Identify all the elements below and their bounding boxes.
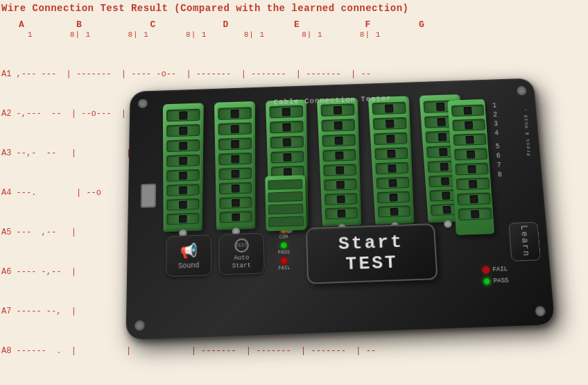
terminal-slot [457,192,491,205]
terminal-slot [218,122,252,135]
device-container: Cable Connection Tester [107,66,558,364]
pass-indicator: PASS [483,277,509,285]
bottom-slot [268,216,304,228]
terminal-slot [372,102,406,115]
num-6: 6 [496,152,501,160]
device-body: Cable Connection Tester [126,78,555,340]
sound-icon: 📢 [180,241,198,259]
terminal-slot [325,193,357,205]
connector-screw [444,220,452,228]
col-d: D [189,19,262,30]
bottom-slot [268,204,303,215]
terminal-slot [322,149,356,162]
press-hold-label: Press & Hold ↓ [522,108,532,156]
col-a: A [1,19,42,30]
auto-start-button[interactable]: TEST Auto Start [218,233,264,275]
terminal-slot [451,105,485,117]
terminal-slot [378,205,410,217]
terminal-slot [374,132,408,145]
terminal-slot [377,177,410,189]
num-5: 5 [495,143,500,151]
num-8: 8 [497,171,502,178]
start-test-label-line2: TEST [345,253,399,275]
screw-top-right [517,86,527,96]
column-headers: A B C D E F G [1,19,588,30]
terminal-slot [219,196,252,209]
screw-bottom-left [135,320,145,331]
pass-led [281,243,286,248]
terminal-slot [456,178,490,190]
terminal-slot [458,207,492,221]
terminal-slot [219,167,252,180]
terminal-slot [166,139,200,152]
terminal-slot [220,211,252,223]
bottom-slot [268,191,303,203]
num-3: 3 [494,120,499,128]
terminal-slot [320,103,354,117]
terminal-slot [166,184,199,196]
col-f: F [331,19,404,30]
connector-e [369,99,418,234]
terminal-slot [166,109,200,122]
terminal-slot [453,133,486,146]
auto-start-label: Auto Start [232,254,252,270]
fail-indicator-label: FAIL [492,266,508,273]
terminal-slot [322,134,356,146]
terminal-slot [452,119,485,131]
usb-port [141,184,156,208]
sound-label: Sound [178,262,200,270]
terminal-slot [219,182,252,194]
col-e: E [262,19,331,30]
fail-indicator-led [483,266,490,274]
screw-bottom-right [535,306,546,316]
terminal-slot [166,198,199,211]
connectors-row [162,96,491,241]
col-g: G [404,19,439,30]
terminal-slot [325,207,358,219]
sound-button[interactable]: 📢 Sound [166,234,211,277]
start-test-button[interactable]: Start TEST [306,223,438,284]
col-b: B [42,19,116,30]
fail-led-label: FAIL [278,265,290,271]
number-row: 1 8| 1 8| 1 8| 1 8| 1 8| 1 8| 1 [1,31,381,39]
terminal-slot [270,151,304,163]
terminal-slot [324,178,357,191]
connector-b [215,103,259,240]
terminal-slot [218,107,252,120]
terminal-slot [454,148,487,160]
fail-led [282,258,287,264]
learn-button[interactable]: Learn [508,222,541,262]
com-led-label: COM [279,234,288,239]
num-1: 1 [492,102,497,110]
terminal-slot [270,121,304,134]
terminal-slot [270,136,304,148]
screw-top-left [138,99,148,108]
terminal-slot [166,124,200,137]
connector-a [162,105,206,242]
pass-indicator-led [483,277,491,285]
terminal-slot [218,153,252,165]
terminal-slot [375,162,408,175]
terminal-slot [374,147,408,160]
test-circle-icon: TEST [234,238,248,253]
bottom-front-connector [265,175,306,231]
fail-indicator: FAIL [483,266,508,273]
terminal-slot [166,213,199,225]
terminal-slot [373,117,407,130]
fail-pass-indicators: FAIL PASS [483,266,509,285]
num-7: 7 [496,162,501,169]
terminal-slot [166,169,200,182]
terminal-slot [321,119,355,132]
page-title: Wire Connection Test Result (Compared wi… [1,3,409,14]
terminal-slot [455,163,489,176]
terminal-slot [218,137,252,150]
terminal-slot [377,191,410,204]
terminal-slot [269,105,303,119]
bottom-slot [268,179,302,189]
terminal-slot [166,154,200,166]
learn-button-label: Learn [519,225,531,258]
pass-indicator-label: PASS [493,277,509,284]
pass-led-label: PASS [278,249,290,255]
col-c: C [116,19,189,30]
terminal-slot [323,164,356,176]
